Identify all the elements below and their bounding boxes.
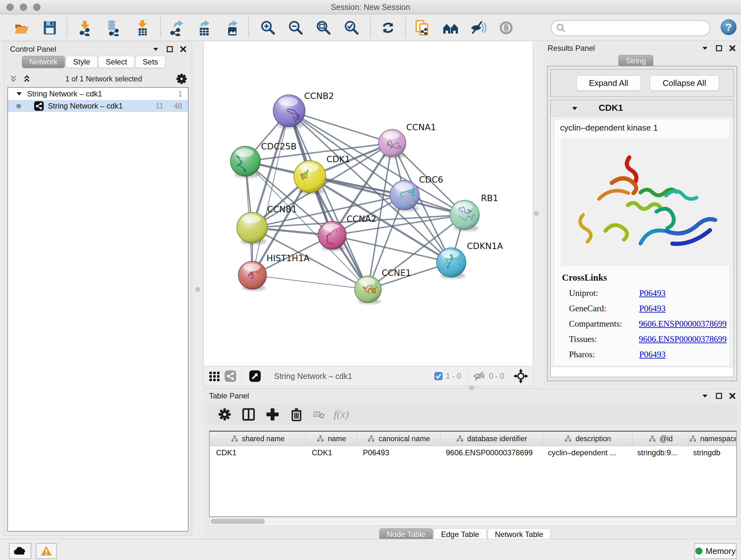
tab-string[interactable]: String	[618, 55, 653, 67]
collapse-all-button[interactable]: Collapse All	[650, 75, 719, 91]
node-label-CDC6: CDC6	[419, 175, 443, 185]
results-scrollbar[interactable]	[551, 367, 733, 377]
float-panel-icon[interactable]	[715, 392, 723, 400]
tab-network[interactable]: Network	[22, 56, 65, 68]
close-panel-icon[interactable]	[728, 44, 737, 52]
table-cell[interactable]: cyclin–dependent ...	[542, 448, 631, 457]
crosslink-link[interactable]: P06493	[639, 350, 666, 360]
node-label-CCNB1: CCNB1	[267, 204, 297, 214]
crosslink-link[interactable]: P06493	[639, 288, 666, 298]
open-in-browser-icon[interactable]	[249, 370, 261, 382]
panel-menu-icon[interactable]	[151, 45, 160, 53]
table-options-gear-icon[interactable]	[217, 407, 232, 422]
show-all-icon[interactable]	[498, 19, 515, 36]
column-header--id[interactable]: @id	[632, 432, 689, 446]
tab-select[interactable]: Select	[98, 56, 134, 68]
tab-style[interactable]: Style	[66, 56, 97, 68]
zoom-in-icon[interactable]	[260, 19, 276, 36]
column-header-database-identifier[interactable]: database identifier	[441, 432, 543, 446]
memory-button[interactable]: Memory	[694, 543, 737, 559]
birds-eye-grid-icon[interactable]	[208, 370, 221, 382]
node-label-CDKN1A: CDKN1A	[467, 241, 503, 251]
panel-menu-icon[interactable]	[701, 44, 709, 52]
table-cell[interactable]: P06493	[356, 448, 440, 457]
zoom-fit-icon[interactable]	[315, 19, 332, 36]
help-button[interactable]: ?	[721, 19, 737, 35]
fit-selected-crosshair-icon[interactable]	[513, 368, 529, 384]
export-table-icon[interactable]	[196, 19, 212, 36]
node-table: shared namenamecanonical namedatabase id…	[209, 431, 737, 517]
close-panel-icon[interactable]	[179, 45, 187, 53]
zoom-out-icon[interactable]	[287, 19, 304, 36]
export-network-icon[interactable]	[169, 19, 185, 36]
crosslink-link[interactable]: P06493	[639, 304, 666, 314]
table-cell[interactable]: 9606.ENSP00000378699	[440, 448, 542, 457]
crosslink-row: Pharos:P06493	[562, 350, 727, 360]
control-panel-tabs: NetworkStyleSelectSets	[22, 56, 166, 68]
zoom-selected-icon[interactable]	[343, 19, 360, 36]
bottom-divider-handle[interactable]	[469, 385, 474, 390]
save-session-icon[interactable]	[42, 19, 58, 36]
section-collapse-caret-icon[interactable]	[570, 105, 579, 113]
crosslink-row: Tissues:9606.ENSP00000378699	[562, 334, 727, 344]
open-session-icon[interactable]	[13, 19, 30, 36]
node-label-CDC25B: CDC25B	[261, 141, 296, 151]
hide-selection-icon[interactable]	[470, 19, 486, 36]
tree-expand-caret-icon[interactable]	[15, 90, 23, 98]
add-column-icon[interactable]	[265, 407, 280, 422]
float-panel-icon[interactable]	[165, 45, 174, 53]
cloud-icon	[13, 546, 27, 556]
network-view-canvas[interactable]: CCNB2CCNA1CDC25BCDK1CDC6RB1CCNB1CCNA2CDK…	[203, 42, 533, 366]
warning-status-button[interactable]	[36, 543, 57, 559]
table-cell[interactable]: CDK1	[306, 448, 356, 457]
selected-nodes-checkbox-icon[interactable]	[434, 371, 443, 381]
column-header-description[interactable]: description	[543, 432, 632, 446]
float-panel-icon[interactable]	[715, 44, 723, 52]
network-collection-row[interactable]: String Network – cdk1 1	[8, 88, 188, 100]
crosslink-link[interactable]: 9606.ENSP00000378699	[639, 334, 727, 344]
protein-section-header[interactable]: CDK1	[551, 100, 733, 117]
table-cell[interactable]: CDK1	[210, 448, 306, 457]
crosslink-label: Pharos:	[562, 350, 639, 360]
delete-table-icon	[313, 407, 325, 422]
first-neighbors-icon[interactable]	[442, 19, 459, 36]
new-document-icon[interactable]	[414, 19, 431, 36]
left-divider-handle[interactable]	[195, 287, 200, 292]
table-cell[interactable]: stringdb:9...	[631, 448, 687, 457]
crosslinks-title: CrossLinks	[562, 272, 727, 283]
table-horizontal-scrollbar[interactable]	[209, 517, 736, 526]
network-row[interactable]: String Network – cdk1 11 48	[8, 100, 188, 112]
crosslink-row: Uniprot:P06493	[562, 288, 727, 298]
hidden-items-eye-icon	[473, 371, 486, 381]
right-divider-handle[interactable]	[534, 211, 539, 216]
table-cell[interactable]: stringdb	[687, 448, 736, 457]
tab-sets[interactable]: Sets	[135, 56, 165, 68]
expand-all-button[interactable]: Expand All	[576, 75, 641, 91]
import-database-icon[interactable]	[105, 19, 121, 36]
scrollbar-thumb[interactable]	[211, 519, 265, 524]
column-type-icon	[367, 435, 375, 443]
cloud-status-button[interactable]	[9, 543, 31, 559]
column-header-shared-name[interactable]: shared name	[210, 432, 306, 446]
column-type-icon	[564, 435, 572, 443]
refresh-icon[interactable]	[380, 19, 396, 36]
collapse-all-tree-icon[interactable]	[9, 74, 18, 84]
delete-column-icon[interactable]	[289, 407, 304, 422]
expand-all-tree-icon[interactable]	[22, 74, 31, 84]
current-network-name: String Network – cdk1	[274, 372, 352, 381]
show-columns-icon[interactable]	[241, 407, 256, 422]
import-table-icon[interactable]	[134, 19, 151, 36]
network-options-gear-icon[interactable]	[176, 73, 187, 84]
string-style-icon[interactable]	[224, 370, 237, 382]
table-row[interactable]: CDK1CDK1P064939606.ENSP00000378699cyclin…	[210, 446, 736, 459]
panel-menu-icon[interactable]	[701, 392, 709, 400]
network-graph[interactable]: CCNB2CCNA1CDC25BCDK1CDC6RB1CCNB1CCNA2CDK…	[204, 42, 533, 366]
column-header-canonical-name[interactable]: canonical name	[357, 432, 441, 446]
close-panel-icon[interactable]	[728, 392, 737, 400]
export-image-icon[interactable]	[224, 19, 241, 36]
column-header-name[interactable]: name	[306, 432, 357, 446]
crosslink-link[interactable]: 9606.ENSP00000378699	[639, 319, 727, 329]
column-header-namespace[interactable]: namespace	[689, 432, 737, 446]
search-input[interactable]	[551, 20, 711, 36]
import-network-icon[interactable]	[77, 19, 93, 36]
